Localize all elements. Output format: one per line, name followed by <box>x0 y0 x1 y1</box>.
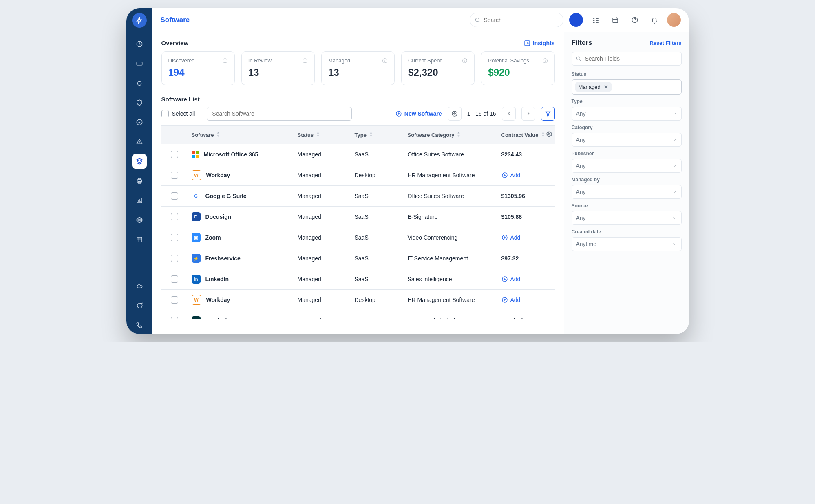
nav-table-icon[interactable] <box>132 232 147 247</box>
filter-category-select[interactable]: Any <box>572 133 682 147</box>
app-logo[interactable] <box>132 13 147 28</box>
nav-cloud-icon[interactable] <box>132 279 147 293</box>
help-icon[interactable] <box>628 13 642 27</box>
row-checkbox[interactable] <box>171 296 178 304</box>
search-icon <box>576 56 581 62</box>
filter-created-select[interactable]: Anytime <box>572 237 682 251</box>
nav-bolt-icon[interactable] <box>132 115 147 130</box>
svg-rect-5 <box>138 178 141 180</box>
svg-point-8 <box>138 219 140 221</box>
overview-card: In Review13 <box>241 51 315 85</box>
filter-managedby-select[interactable]: Any <box>572 185 682 199</box>
nav-software-icon[interactable] <box>132 154 147 169</box>
filter-fields-search[interactable] <box>572 52 682 66</box>
row-checkbox[interactable] <box>171 234 178 241</box>
notifications-icon[interactable] <box>647 13 661 27</box>
app-icon: G <box>192 191 201 200</box>
list-title: Software List <box>161 96 555 103</box>
filter-type-select[interactable]: Any <box>572 107 682 121</box>
info-icon[interactable] <box>542 58 548 64</box>
chevron-down-icon <box>672 216 677 220</box>
nav-tickets-icon[interactable] <box>132 56 147 71</box>
table-row[interactable]: Microsoft Office 365 Managed SaaS Office… <box>161 144 555 165</box>
sort-icon[interactable] <box>457 132 461 138</box>
calendar-icon[interactable] <box>608 13 622 27</box>
svg-rect-9 <box>137 237 142 242</box>
microsoft-icon <box>192 151 199 158</box>
pager-prev[interactable] <box>502 107 516 121</box>
page-title: Software <box>161 16 190 24</box>
select-all-checkbox[interactable] <box>161 110 169 117</box>
app-name: Zendesk <box>205 317 229 319</box>
sort-icon[interactable] <box>216 132 220 138</box>
global-search-input[interactable] <box>470 13 563 27</box>
add-contract-button[interactable]: Add <box>501 276 521 282</box>
nav-dashboard-icon[interactable] <box>132 37 147 51</box>
table-row[interactable]: DDocusign Managed SaaS E-Signature $105.… <box>161 207 555 227</box>
svg-rect-11 <box>613 18 618 23</box>
insights-link[interactable]: Insights <box>524 40 555 46</box>
info-icon[interactable] <box>462 58 468 64</box>
add-contract-button[interactable]: Add <box>501 234 521 241</box>
filter-toggle-button[interactable] <box>541 107 555 121</box>
nav-chat-icon[interactable] <box>132 298 147 313</box>
table-row[interactable]: WWorkday Managed Desktop HR Management S… <box>161 165 555 186</box>
nav-print-icon[interactable] <box>132 174 147 188</box>
overview-cards: Discovered194In Review13Managed13Current… <box>161 51 555 85</box>
nav-bug-icon[interactable] <box>132 76 147 90</box>
add-contract-button[interactable]: Add <box>501 172 521 178</box>
sort-icon[interactable] <box>541 132 545 138</box>
app-icon: ⚡ <box>192 254 201 263</box>
app-name: Workday <box>206 297 230 303</box>
sort-icon[interactable] <box>369 132 373 138</box>
row-checkbox[interactable] <box>171 213 178 220</box>
row-checkbox[interactable] <box>171 275 178 283</box>
table-row[interactable]: ▣Zoom Managed SaaS Video Conferencing Ad… <box>161 227 555 248</box>
table-row[interactable]: GGoogle G Suite Managed SaaS Office Suit… <box>161 186 555 207</box>
chart-icon <box>524 40 530 46</box>
app-icon: W <box>192 170 201 180</box>
filter-status-input[interactable]: Managed ✕ <box>572 79 682 95</box>
filter-publisher-select[interactable]: Any <box>572 159 682 173</box>
status-chip: Managed ✕ <box>575 82 612 92</box>
table-row[interactable]: ZZendesk Managed SaaS Customer helpdesk … <box>161 310 555 319</box>
chevron-down-icon <box>672 242 677 246</box>
info-icon[interactable] <box>222 58 228 64</box>
reset-filters-button[interactable]: Reset Filters <box>649 40 681 46</box>
list-search-input[interactable] <box>207 107 352 121</box>
row-checkbox[interactable] <box>171 151 178 158</box>
row-checkbox[interactable] <box>171 192 178 200</box>
table-row[interactable]: ⚡Freshservice Managed SaaS IT Service Ma… <box>161 248 555 269</box>
nav-phone-icon[interactable] <box>132 318 147 332</box>
add-contract-button[interactable]: Add <box>501 297 521 303</box>
row-checkbox[interactable] <box>171 255 178 262</box>
chevron-down-icon <box>672 137 677 142</box>
overview-title: Overview <box>161 40 189 46</box>
info-icon[interactable] <box>382 58 388 64</box>
sort-icon[interactable] <box>316 132 320 138</box>
export-button[interactable] <box>448 107 462 121</box>
user-avatar[interactable] <box>667 13 681 27</box>
nav-settings-icon[interactable] <box>132 213 147 227</box>
add-button[interactable] <box>569 13 583 27</box>
select-all[interactable]: Select all <box>161 110 195 117</box>
chevron-down-icon <box>672 189 677 194</box>
remove-chip-icon[interactable]: ✕ <box>604 84 608 90</box>
table-row[interactable]: inLinkedIn Managed SaaS Sales intelligen… <box>161 269 555 290</box>
nav-shield-icon[interactable] <box>132 95 147 110</box>
pager-next[interactable] <box>521 107 535 121</box>
new-software-button[interactable]: New Software <box>395 110 442 117</box>
app-icon: in <box>192 275 201 284</box>
chevron-down-icon <box>672 163 677 168</box>
tasks-icon[interactable] <box>589 13 603 27</box>
nav-analytics-icon[interactable] <box>132 193 147 208</box>
nav-alert-icon[interactable] <box>132 134 147 149</box>
table-row[interactable]: WWorkday Managed Desktop HR Management S… <box>161 290 555 310</box>
info-icon[interactable] <box>302 58 308 64</box>
row-checkbox[interactable] <box>171 172 178 179</box>
table-header: Software Status Type Software Category C… <box>161 126 555 144</box>
row-checkbox[interactable] <box>171 317 178 319</box>
filter-source-select[interactable]: Any <box>572 211 682 225</box>
column-settings-icon[interactable] <box>546 131 552 139</box>
plus-circle-icon <box>395 110 402 117</box>
